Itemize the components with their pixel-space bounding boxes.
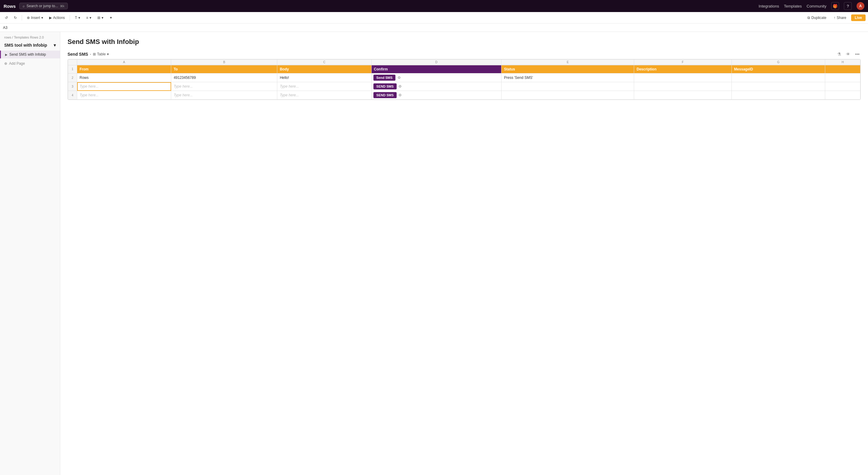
breadcrumb-parent[interactable]: Templates Rows 2.0 — [14, 36, 44, 39]
cell-c4[interactable]: Type here... — [277, 91, 371, 100]
breadcrumb-separator: / — [12, 36, 13, 39]
cell-b4[interactable]: Type here... — [171, 91, 277, 100]
sidebar-item-send-sms[interactable]: ▶ Send SMS with Infobip — [0, 50, 60, 58]
header-confirm: Confirm — [371, 65, 501, 73]
view-toggle-button[interactable]: ⊞ ▾ — [95, 15, 106, 21]
main-layout: rows / Templates Rows 2.0 SMS tool with … — [0, 32, 868, 475]
nav-community[interactable]: Community — [807, 4, 827, 8]
send-sms-button-row3[interactable]: SEND SMS — [373, 83, 397, 90]
insert-icon: ⊕ — [27, 15, 30, 20]
cell-b2[interactable]: 49123456789 — [171, 73, 277, 82]
cell-a4[interactable]: Type here... — [77, 91, 171, 100]
eye-button[interactable]: 👁 — [845, 51, 851, 57]
share-button[interactable]: ↑ Share — [831, 15, 849, 21]
add-page-label: Add Page — [9, 61, 25, 66]
cell-e4[interactable] — [501, 91, 634, 100]
cell-e2[interactable]: Press 'Send SMS' — [501, 73, 634, 82]
view-toggle-chevron: ▾ — [101, 15, 103, 20]
col-letters-row: A B C D E F G H — [68, 60, 861, 65]
gear-icon-row3[interactable]: ⚙ — [398, 84, 403, 89]
view-type-button[interactable]: ⊞ Table ▾ — [93, 52, 109, 56]
col-letter-b: B — [171, 60, 277, 65]
sidebar-title-chevron[interactable]: ▾ — [54, 43, 56, 47]
sidebar-project-title: SMS tool with Infobip ▾ — [0, 41, 60, 50]
col-letter-h: H — [825, 60, 861, 65]
send-sms-button-row4[interactable]: SEND SMS — [373, 92, 397, 98]
cell-d4[interactable]: SEND SMS ⚙ — [371, 91, 501, 100]
brand-logo[interactable]: Rows — [4, 4, 16, 9]
cell-f4[interactable] — [634, 91, 732, 100]
cell-f2[interactable] — [634, 73, 732, 82]
add-page-icon: ⊕ — [4, 61, 7, 66]
gear-icon-row2[interactable]: ⚙ — [397, 75, 402, 80]
view-type-chevron: ▾ — [107, 52, 109, 56]
breadcrumb-root[interactable]: rows — [4, 36, 11, 39]
undo-button[interactable]: ↺ — [2, 15, 10, 21]
help-icon-button[interactable]: ? — [844, 2, 852, 10]
cell-b3[interactable]: Type here... — [171, 82, 277, 91]
gift-icon-button[interactable]: 🎁 — [831, 2, 839, 10]
breadcrumb: rows / Templates Rows 2.0 — [0, 36, 60, 41]
send-sms-button-row2[interactable]: Send SMS — [373, 75, 396, 81]
table-row: 2 Rows 49123456789 Hello! Send SMS ⚙ Pre… — [68, 73, 861, 82]
cell-a3[interactable]: Type here... — [77, 82, 171, 91]
cell-g2[interactable] — [732, 73, 825, 82]
col-letter-c: C — [277, 60, 371, 65]
duplicate-button[interactable]: ⧉ Duplicate — [805, 15, 829, 21]
actions-button[interactable]: ▶ Actions — [47, 15, 67, 21]
cell-ref-bar: A3 — [0, 24, 868, 32]
col-letter-f: F — [634, 60, 732, 65]
nav-templates[interactable]: Templates — [784, 4, 802, 8]
cell-d2[interactable]: Send SMS ⚙ — [371, 73, 501, 82]
search-placeholder: Search or jump to... — [27, 4, 58, 8]
header-description: Description — [634, 65, 732, 73]
toolbar: ↺ ↻ ⊕ Insert ▾ ▶ Actions T ▾ ≡ ▾ ⊞ ▾ ✦ ⧉… — [0, 12, 868, 24]
top-nav: Rows ⌕ Search or jump to... ⌘k Integrati… — [0, 0, 868, 12]
table-icon: ⊞ — [93, 52, 96, 56]
redo-button[interactable]: ↻ — [11, 15, 19, 21]
cell-c2[interactable]: Hello! — [277, 73, 371, 82]
cell-c3[interactable]: Type here... — [277, 82, 371, 91]
duplicate-icon: ⧉ — [807, 15, 810, 20]
more-options-button[interactable]: ••• — [854, 51, 861, 57]
nav-integrations[interactable]: Integrations — [758, 4, 779, 8]
header-row-num: 1 — [68, 65, 77, 73]
gear-icon-row4[interactable]: ⚙ — [398, 93, 403, 97]
insert-button[interactable]: ⊕ Insert ▾ — [24, 15, 45, 21]
search-bar[interactable]: ⌕ Search or jump to... ⌘k — [19, 3, 68, 9]
sidebar-item-label: Send SMS with Infobip — [9, 53, 46, 57]
main-content: Send SMS with Infobip Send SMS • ⊞ Table… — [60, 32, 868, 475]
align-button[interactable]: ≡ ▾ — [84, 15, 94, 21]
cell-d3[interactable]: SEND SMS ⚙ — [371, 82, 501, 91]
text-format-button[interactable]: T ▾ — [72, 15, 82, 21]
cell-f3[interactable] — [634, 82, 732, 91]
sidebar-item-arrow-icon: ▶ — [5, 53, 7, 56]
avatar[interactable]: A — [857, 2, 864, 10]
live-button[interactable]: Live — [851, 14, 866, 21]
cell-a2[interactable]: Rows — [77, 73, 171, 82]
text-format-icon: T — [75, 15, 77, 20]
cell-h2[interactable] — [825, 73, 861, 82]
view-dot: • — [90, 53, 91, 56]
cell-g4[interactable] — [732, 91, 825, 100]
header-to: To — [171, 65, 277, 73]
col-letter-e: E — [501, 60, 634, 65]
cell-h3[interactable] — [825, 82, 861, 91]
search-icon: ⌕ — [23, 4, 25, 8]
col-letter-g: G — [732, 60, 825, 65]
table-row: 3 Type here... Type here... Type here...… — [68, 82, 861, 91]
view-header: Send SMS • ⊞ Table ▾ ⚗ 👁 ••• — [67, 51, 861, 57]
filter-button[interactable]: ⚗ — [836, 51, 842, 57]
cell-ref-label: A3 — [3, 26, 7, 30]
clear-icon: ✦ — [110, 15, 113, 20]
cell-e3[interactable] — [501, 82, 634, 91]
clear-button[interactable]: ✦ — [107, 15, 115, 21]
cell-g3[interactable] — [732, 82, 825, 91]
cell-h4[interactable] — [825, 91, 861, 100]
view-toggle-icon: ⊞ — [97, 15, 100, 20]
col-letter-a: A — [77, 60, 171, 65]
add-page-button[interactable]: ⊕ Add Page — [0, 60, 60, 67]
row-num-2: 2 — [68, 73, 77, 82]
share-icon: ↑ — [834, 15, 835, 20]
toolbar-divider-1 — [22, 15, 22, 21]
